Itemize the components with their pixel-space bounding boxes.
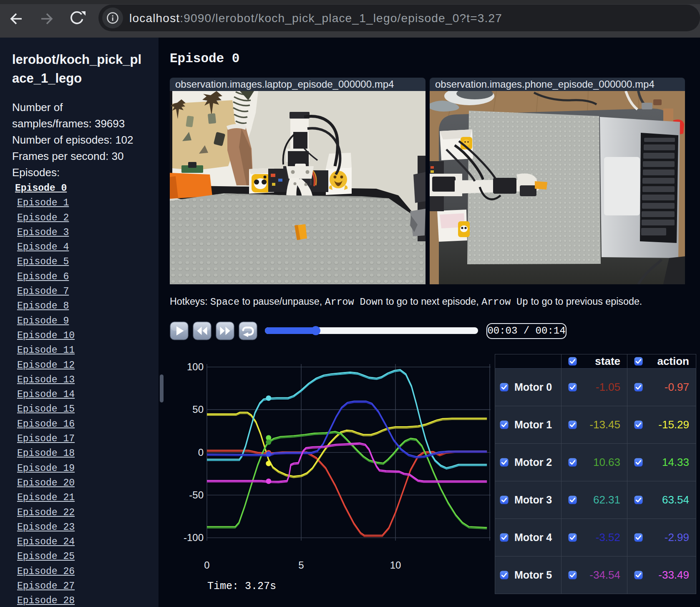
- svg-text:0: 0: [204, 559, 209, 571]
- svg-text:localhost:9090/lerobot/koch_pi: localhost:9090/lerobot/koch_pick_place_1…: [129, 12, 502, 25]
- svg-text:-100: -100: [184, 532, 204, 543]
- svg-text:-50: -50: [189, 489, 204, 501]
- svg-text:0: 0: [198, 447, 204, 458]
- svg-text:5: 5: [298, 559, 304, 571]
- svg-text:10: 10: [390, 559, 401, 571]
- svg-text:100: 100: [187, 361, 204, 372]
- svg-text:50: 50: [192, 404, 204, 415]
